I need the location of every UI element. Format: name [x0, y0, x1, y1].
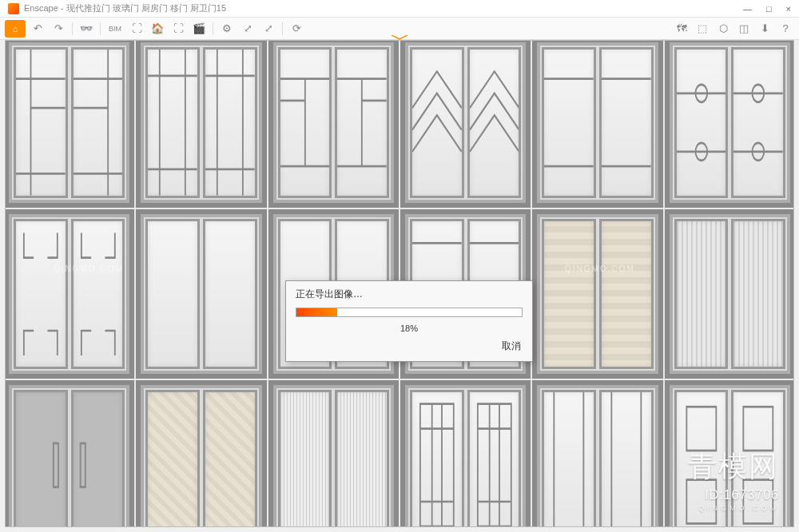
svg-rect-58 [744, 407, 773, 451]
cancel-button[interactable]: 取消 [502, 340, 521, 351]
export-icon-1[interactable]: ⤢ [239, 21, 256, 37]
door-model [136, 380, 266, 527]
door-model [136, 40, 266, 208]
tool-icon-2[interactable]: ⛶ [169, 21, 187, 37]
svg-rect-47 [478, 404, 511, 526]
home-button[interactable]: ⌂ [5, 20, 26, 38]
tool-icon-1[interactable]: ⛶ [128, 21, 145, 37]
door-model [665, 209, 794, 379]
door-model [5, 380, 134, 527]
window-title: Enscape - 现代推拉门 玻璃门 厨房门 移门 厨卫门15 [24, 2, 226, 14]
door-model [268, 380, 399, 527]
progress-percent: 18% [286, 320, 532, 335]
door-model [532, 209, 662, 379]
export-dialog: 正在导出图像… 18% 取消 [285, 280, 533, 362]
undo-button[interactable]: ↶ [29, 21, 46, 37]
svg-rect-59 [744, 480, 773, 524]
cube-icon[interactable]: ⬡ [714, 21, 732, 37]
viewport[interactable]: QINGMO.COM QINGMO.COM 正在导出图像… 18% 取消 青模网… [5, 40, 794, 527]
tile-icon[interactable]: ⬚ [694, 21, 711, 37]
door-model [532, 380, 662, 527]
progress-bar [296, 308, 523, 317]
door-model [136, 209, 266, 379]
map-icon[interactable]: 🗺 [673, 21, 690, 37]
svg-rect-57 [686, 480, 716, 524]
clapper-icon[interactable]: 🎬 [190, 21, 208, 37]
minimize-button[interactable]: — [743, 4, 752, 14]
door-model [268, 40, 399, 208]
app-icon [8, 3, 19, 14]
maximize-button[interactable]: □ [766, 4, 772, 14]
bim-button[interactable]: BIM [105, 23, 125, 34]
door-model [5, 40, 134, 208]
redo-button[interactable]: ↷ [50, 21, 67, 37]
svg-rect-40 [54, 443, 58, 487]
window-controls: — □ × [743, 4, 791, 14]
download-icon[interactable]: ⬇ [756, 21, 773, 37]
progress-fill [296, 308, 337, 316]
layers-icon[interactable]: ◫ [735, 21, 753, 37]
door-model [400, 380, 531, 527]
dialog-title: 正在导出图像… [286, 281, 532, 304]
door-model [5, 209, 134, 379]
close-button[interactable]: × [786, 4, 791, 14]
door-model [665, 380, 794, 527]
svg-rect-41 [80, 443, 85, 487]
door-model [400, 40, 531, 208]
settings-icon[interactable]: ⚙ [218, 21, 236, 37]
svg-rect-42 [420, 404, 454, 526]
titlebar: Enscape - 现代推拉门 玻璃门 厨房门 移门 厨卫门15 — □ × [0, 0, 799, 18]
binoculars-icon[interactable]: 👓 [78, 21, 95, 37]
refresh-icon[interactable]: ⟳ [288, 21, 305, 37]
export-icon-2[interactable]: ⤢ [260, 21, 277, 37]
svg-rect-56 [686, 407, 716, 451]
door-model [532, 40, 662, 208]
house-icon[interactable]: 🏠 [149, 21, 166, 37]
help-icon[interactable]: ? [777, 21, 794, 37]
door-model [665, 40, 794, 208]
